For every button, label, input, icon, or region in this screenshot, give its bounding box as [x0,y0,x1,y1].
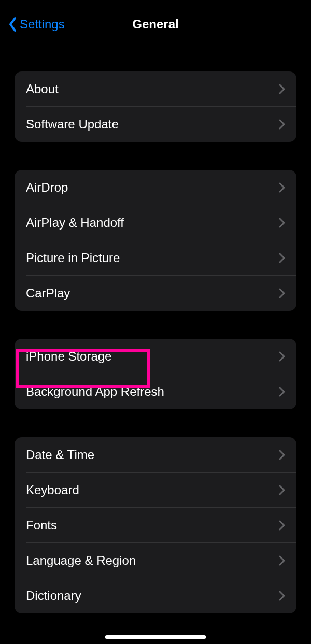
chevron-right-icon [279,119,285,130]
row-label: iPhone Storage [26,349,111,364]
chevron-right-icon [279,218,285,228]
row-label: Picture in Picture [26,251,120,265]
row-fonts[interactable]: Fonts [15,508,296,543]
group-storage: iPhone Storage Background App Refresh [15,339,296,409]
row-label: About [26,82,59,96]
row-label: CarPlay [26,286,70,300]
chevron-right-icon [279,387,285,397]
group-airdrop: AirDrop AirPlay & Handoff Picture in Pic… [15,170,296,311]
row-label: Keyboard [26,483,79,497]
row-date-time[interactable]: Date & Time [15,437,296,473]
row-label: AirPlay & Handoff [26,216,124,230]
chevron-right-icon [279,520,285,531]
row-label: Dictionary [26,589,81,603]
navbar: Settings General [0,0,311,44]
row-label: Fonts [26,518,57,533]
chevron-right-icon [279,555,285,566]
row-label: Software Update [26,117,119,132]
row-software-update[interactable]: Software Update [15,107,296,142]
row-about[interactable]: About [15,71,296,107]
chevron-left-icon [8,17,18,32]
row-carplay[interactable]: CarPlay [15,276,296,311]
row-background-app-refresh[interactable]: Background App Refresh [15,374,296,409]
row-label: Background App Refresh [26,384,164,399]
chevron-right-icon [279,182,285,193]
page-title: General [132,17,178,32]
row-keyboard[interactable]: Keyboard [15,473,296,508]
chevron-right-icon [279,485,285,495]
chevron-right-icon [279,351,285,362]
row-label: Language & Region [26,553,136,568]
row-dictionary[interactable]: Dictionary [15,578,296,613]
row-airplay-handoff[interactable]: AirPlay & Handoff [15,205,296,240]
chevron-right-icon [279,591,285,601]
chevron-right-icon [279,84,285,94]
back-button[interactable]: Settings [8,17,65,32]
row-iphone-storage[interactable]: iPhone Storage [15,339,296,374]
chevron-right-icon [279,288,285,298]
home-indicator[interactable] [105,635,206,639]
row-airdrop[interactable]: AirDrop [15,170,296,205]
row-label: AirDrop [26,180,68,195]
chevron-right-icon [279,253,285,263]
settings-content: About Software Update AirDrop AirPlay & … [0,44,311,613]
row-picture-in-picture[interactable]: Picture in Picture [15,240,296,276]
back-label: Settings [20,17,65,32]
row-language-region[interactable]: Language & Region [15,543,296,578]
group-about: About Software Update [15,71,296,142]
row-label: Date & Time [26,448,94,462]
group-locale: Date & Time Keyboard Fonts Language & Re… [15,437,296,613]
chevron-right-icon [279,450,285,460]
